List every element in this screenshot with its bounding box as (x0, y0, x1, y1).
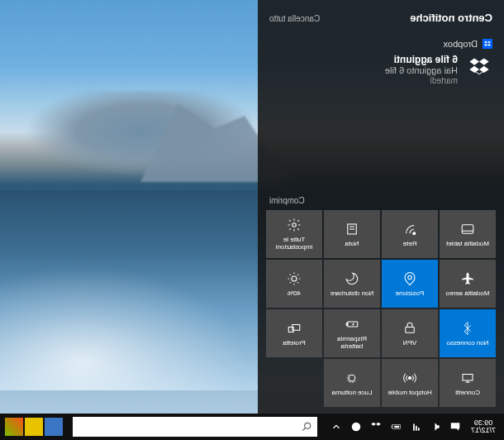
quick-action-tiles: Modalità tablet Rete Nota Tutte le impos… (266, 210, 496, 407)
tile-project[interactable]: Proietta (266, 309, 322, 357)
dropbox-app-icon (483, 39, 492, 49)
tile-label: Posizione (396, 290, 425, 298)
panel-spacer (266, 88, 496, 193)
location-icon (402, 270, 417, 287)
notification-title: 6 file aggiunti (269, 54, 458, 65)
svg-rect-11 (346, 323, 348, 326)
tile-network[interactable]: Rete (382, 210, 438, 258)
svg-point-16 (349, 375, 355, 381)
system-tray (330, 421, 461, 433)
search-icon (301, 421, 312, 433)
taskbar-search[interactable] (73, 417, 317, 437)
tray-chevron-icon[interactable] (330, 421, 342, 433)
svg-point-23 (352, 423, 361, 432)
clock-date: 7/12/17 (471, 427, 496, 434)
tray-dropbox-icon[interactable] (370, 421, 382, 433)
tile-battery-saver[interactable]: Risparmia batteria (324, 309, 380, 357)
tile-label: VPN (403, 340, 416, 347)
bluetooth-icon (460, 320, 475, 337)
svg-rect-21 (392, 426, 392, 428)
tray-network-icon[interactable] (410, 421, 421, 433)
tile-hotspot[interactable]: Hotspot mobile (382, 359, 438, 407)
svg-rect-17 (418, 428, 420, 431)
tile-label: Luce notturna (332, 390, 373, 397)
tray-battery-icon[interactable] (390, 421, 402, 433)
taskbar-pinned (5, 418, 63, 436)
network-icon (402, 221, 417, 237)
taskbar: 09:39 7/12/17 (0, 414, 504, 440)
sun-icon (287, 270, 302, 287)
svg-rect-14 (463, 374, 473, 380)
gear-icon (287, 217, 302, 233)
tray-skype-icon[interactable] (350, 421, 362, 433)
tile-tablet-mode[interactable]: Modalità tablet (440, 210, 496, 258)
tile-label: Nota (345, 241, 359, 248)
hotspot-icon (402, 370, 417, 386)
tile-brightness[interactable]: 40% (266, 260, 322, 308)
notification-item[interactable]: Dropbox 6 file aggiunti Hai aggiunto 6 f… (266, 36, 496, 88)
svg-rect-18 (416, 426, 417, 431)
tile-location[interactable]: Posizione (382, 260, 438, 308)
night-light-icon (345, 370, 359, 386)
notification-app-name: Dropbox (443, 39, 478, 49)
tile-vpn[interactable]: VPN (382, 309, 438, 357)
tile-label: Modalità aereo (446, 290, 490, 298)
tile-label: Connetti (455, 390, 480, 397)
tile-note[interactable]: Nota (324, 210, 380, 258)
vpn-icon (402, 320, 417, 337)
taskbar-clock[interactable]: 09:39 7/12/17 (468, 419, 499, 434)
svg-point-8 (292, 276, 297, 281)
tile-bluetooth[interactable]: Non connesso (440, 309, 496, 357)
dropbox-icon (466, 54, 492, 80)
collapse-link[interactable]: Comprimi (266, 193, 496, 210)
svg-point-6 (292, 223, 297, 227)
svg-rect-0 (462, 224, 473, 233)
svg-point-2 (413, 232, 416, 234)
svg-rect-22 (394, 426, 399, 428)
panel-title: Centro notifiche (410, 12, 492, 24)
notification-body: 6 file aggiunti Hai aggiunto 6 file mart… (269, 54, 492, 85)
note-icon (345, 221, 359, 237)
notification-app-row: Dropbox (269, 39, 492, 49)
tile-label: Rete (403, 241, 417, 248)
svg-point-24 (305, 423, 311, 428)
connect-icon (460, 370, 475, 386)
notification-text: 6 file aggiunti Hai aggiunto 6 file mart… (269, 54, 458, 85)
tile-connect[interactable]: Connetti (440, 359, 496, 407)
project-icon (287, 320, 302, 337)
svg-point-7 (408, 275, 412, 280)
notification-subtitle: Hai aggiunto 6 file (269, 65, 458, 75)
svg-rect-9 (406, 327, 415, 332)
notification-day: martedì (269, 76, 458, 85)
battery-leaf-icon (345, 316, 359, 332)
tile-label: Proietta (283, 340, 306, 347)
airplane-icon (460, 270, 475, 287)
tray-volume-icon[interactable] (430, 421, 441, 433)
panel-header: Centro notifiche Cancella tutto (266, 12, 496, 24)
tile-label: Risparmia batteria (327, 336, 377, 351)
clear-all-link[interactable]: Cancella tutto (269, 14, 320, 23)
tile-label: Tutte le impostazioni (269, 237, 319, 251)
svg-rect-19 (413, 424, 415, 431)
svg-line-25 (302, 428, 305, 431)
tile-night-light[interactable]: Luce notturna (324, 359, 380, 407)
svg-point-15 (409, 376, 411, 379)
action-center-panel: Centro notifiche Cancella tutto Dropbox … (258, 0, 504, 414)
tile-label: Non connesso (446, 340, 488, 347)
tile-quiet-hours[interactable]: Non disturbare (324, 260, 380, 308)
pinned-app-1[interactable] (5, 418, 23, 436)
tray-action-center-icon[interactable] (449, 421, 461, 433)
pinned-app-3[interactable] (45, 418, 63, 436)
svg-rect-13 (288, 327, 293, 332)
moon-icon (345, 270, 359, 287)
tile-all-settings[interactable]: Tutte le impostazioni (266, 210, 322, 258)
tile-label: Non disturbare (330, 290, 373, 298)
tile-label: Modalità tablet (446, 241, 489, 248)
tile-label: 40% (288, 290, 301, 298)
tablet-icon (460, 221, 475, 237)
tile-label: Hotspot mobile (388, 390, 431, 397)
pinned-app-2[interactable] (25, 418, 43, 436)
tile-airplane-mode[interactable]: Modalità aereo (440, 260, 496, 308)
